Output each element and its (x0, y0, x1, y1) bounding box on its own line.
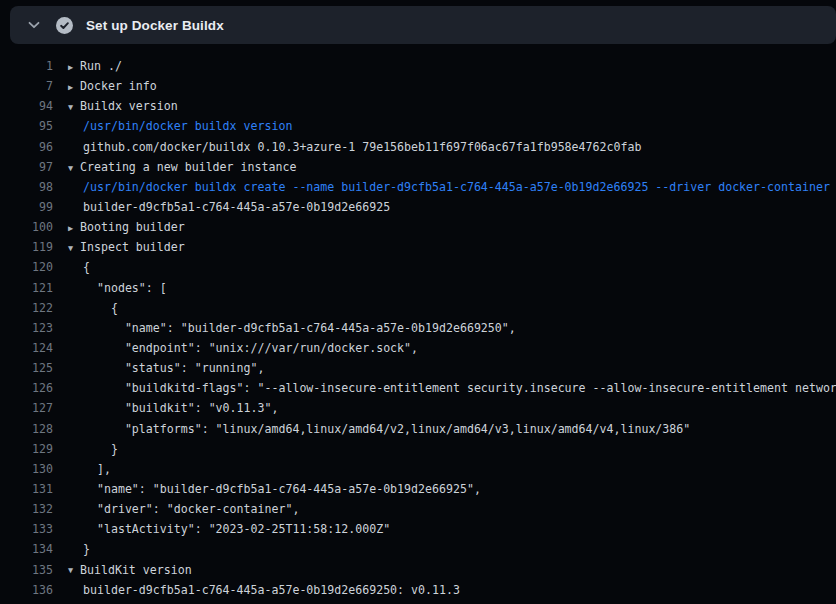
log-group-line[interactable]: 94 ▼ Buildx version (0, 96, 836, 116)
line-number[interactable]: 133 (0, 522, 53, 536)
log-line-text: Docker info (80, 79, 157, 93)
log-line-text: "name": "builder-d9cfb5a1-c764-445a-a57e… (83, 482, 481, 496)
success-check-icon (56, 17, 73, 34)
triangle-right-icon[interactable]: ▶ (68, 82, 80, 91)
log-line-text: /usr/bin/docker buildx create --name bui… (83, 180, 830, 194)
step-header[interactable]: Set up Docker Buildx (10, 6, 836, 44)
line-number[interactable]: 131 (0, 482, 53, 496)
log-line: 136 builder-d9cfb5a1-c764-445a-a57e-0b19… (0, 580, 836, 600)
line-number[interactable]: 96 (0, 140, 53, 154)
log-line-text: Creating a new builder instance (80, 160, 296, 174)
line-number[interactable]: 97 (0, 160, 53, 174)
log-line-text: builder-d9cfb5a1-c764-445a-a57e-0b19d2e6… (83, 583, 460, 597)
triangle-right-icon[interactable]: ▶ (68, 223, 80, 232)
log-line-text: "buildkit": "v0.11.3", (83, 401, 278, 415)
line-number[interactable]: 99 (0, 200, 53, 214)
log-group-line[interactable]: 135 ▼ BuildKit version (0, 560, 836, 580)
line-number[interactable]: 122 (0, 301, 53, 315)
line-number[interactable]: 135 (0, 563, 53, 577)
log-line: 131 "name": "builder-d9cfb5a1-c764-445a-… (0, 479, 836, 499)
log-group-line[interactable]: 7 ▶ Docker info (0, 76, 836, 96)
log-line-text: "buildkitd-flags": "--allow-insecure-ent… (83, 381, 836, 395)
triangle-down-icon[interactable]: ▼ (68, 163, 80, 172)
line-number[interactable]: 134 (0, 542, 53, 556)
log-group-line[interactable]: 97 ▼ Creating a new builder instance (0, 157, 836, 177)
actions-log-viewer: Set up Docker Buildx 1 ▶ Run ./ 7 ▶ Dock… (0, 0, 836, 604)
line-number[interactable]: 121 (0, 281, 53, 295)
log-line-text: Inspect builder (80, 240, 185, 254)
log-line-text: "lastActivity": "2023-02-25T11:58:12.000… (83, 522, 390, 536)
log-line-text: { (83, 301, 118, 315)
line-number[interactable]: 119 (0, 240, 53, 254)
line-number[interactable]: 129 (0, 442, 53, 456)
log-line-text: Buildx version (80, 99, 178, 113)
log-line: 127 "buildkit": "v0.11.3", (0, 398, 836, 418)
log-line: 130 ], (0, 459, 836, 479)
line-number[interactable]: 123 (0, 321, 53, 335)
line-number[interactable]: 126 (0, 381, 53, 395)
line-number[interactable]: 127 (0, 401, 53, 415)
line-number[interactable]: 125 (0, 361, 53, 375)
triangle-right-icon[interactable]: ▶ (68, 62, 80, 71)
log-line-text: Run ./ (80, 59, 122, 73)
log-line-text: Booting builder (80, 220, 185, 234)
log-group-line[interactable]: 119 ▼ Inspect builder (0, 237, 836, 257)
log-line: 99 builder-d9cfb5a1-c764-445a-a57e-0b19d… (0, 197, 836, 217)
log-line-text: "status": "running", (83, 361, 264, 375)
log-line-text: BuildKit version (80, 563, 192, 577)
log-line: 96 github.com/docker/buildx 0.10.3+azure… (0, 137, 836, 157)
log-line-text: } (83, 542, 90, 556)
log-group-line[interactable]: 100 ▶ Booting builder (0, 217, 836, 237)
line-number[interactable]: 7 (0, 79, 53, 93)
log-line: 98 /usr/bin/docker buildx create --name … (0, 177, 836, 197)
log-line-text: "endpoint": "unix:///var/run/docker.sock… (83, 341, 418, 355)
line-number[interactable]: 132 (0, 502, 53, 516)
log-line-text: "driver": "docker-container", (83, 502, 299, 516)
log-line-text: ], (83, 462, 111, 476)
line-number[interactable]: 100 (0, 220, 53, 234)
log-line: 128 "platforms": "linux/amd64,linux/amd6… (0, 419, 836, 439)
line-number[interactable]: 136 (0, 583, 53, 597)
line-number[interactable]: 1 (0, 59, 53, 73)
log-line: 121 "nodes": [ (0, 278, 836, 298)
triangle-down-icon[interactable]: ▼ (68, 566, 80, 575)
log-line: 124 "endpoint": "unix:///var/run/docker.… (0, 338, 836, 358)
line-number[interactable]: 94 (0, 99, 53, 113)
log-line: 126 "buildkitd-flags": "--allow-insecure… (0, 378, 836, 398)
line-number[interactable]: 124 (0, 341, 53, 355)
line-number[interactable]: 98 (0, 180, 53, 194)
log-line: 129 } (0, 439, 836, 459)
log-line-text: github.com/docker/buildx 0.10.3+azure-1 … (83, 140, 641, 154)
chevron-down-icon[interactable] (26, 17, 42, 33)
log-line: 133 "lastActivity": "2023-02-25T11:58:12… (0, 519, 836, 539)
log-content: 1 ▶ Run ./ 7 ▶ Docker info 94 ▼ Buildx v… (0, 56, 836, 600)
log-line-text: builder-d9cfb5a1-c764-445a-a57e-0b19d2e6… (83, 200, 390, 214)
triangle-down-icon[interactable]: ▼ (68, 103, 80, 112)
log-line-text: { (83, 260, 90, 274)
log-line-text: "nodes": [ (83, 281, 167, 295)
log-line-text: "name": "builder-d9cfb5a1-c764-445a-a57e… (83, 321, 516, 335)
log-line-text: } (83, 442, 118, 456)
log-line-text: /usr/bin/docker buildx version (83, 119, 292, 133)
log-line: 122 { (0, 298, 836, 318)
log-line: 95 /usr/bin/docker buildx version (0, 116, 836, 136)
log-line: 120 { (0, 257, 836, 277)
log-line: 125 "status": "running", (0, 358, 836, 378)
triangle-down-icon[interactable]: ▼ (68, 244, 80, 253)
log-line: 134 } (0, 539, 836, 559)
line-number[interactable]: 128 (0, 422, 53, 436)
log-line: 132 "driver": "docker-container", (0, 499, 836, 519)
log-group-line[interactable]: 1 ▶ Run ./ (0, 56, 836, 76)
log-line-text: "platforms": "linux/amd64,linux/amd64/v2… (83, 422, 690, 436)
step-title: Set up Docker Buildx (86, 18, 224, 33)
line-number[interactable]: 95 (0, 119, 53, 133)
line-number[interactable]: 120 (0, 260, 53, 274)
log-line: 123 "name": "builder-d9cfb5a1-c764-445a-… (0, 318, 836, 338)
line-number[interactable]: 130 (0, 462, 53, 476)
